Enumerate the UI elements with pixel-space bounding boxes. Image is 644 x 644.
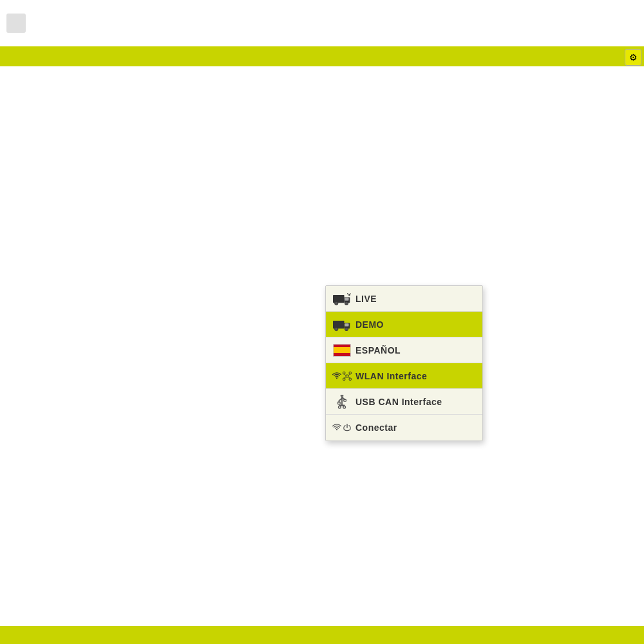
truck-demo-icon	[332, 317, 352, 332]
top-bar	[0, 0, 644, 48]
usb-icon	[332, 395, 352, 409]
svg-point-12	[345, 327, 348, 330]
menu-item-conectar[interactable]: Conectar	[326, 415, 482, 440]
svg-rect-17	[343, 378, 345, 380]
svg-rect-25	[344, 399, 346, 401]
svg-point-5	[348, 294, 350, 296]
settings-button[interactable]: ⚙	[625, 49, 641, 66]
svg-point-3	[335, 301, 338, 305]
svg-rect-18	[349, 378, 351, 380]
menu-item-espanol-label: ESPAÑOL	[355, 345, 401, 355]
menu-item-live[interactable]: LIVE	[326, 286, 482, 312]
menu-item-usb-label: USB CAN Interface	[355, 397, 442, 407]
menu-item-espanol[interactable]: ESPAÑOL	[326, 337, 482, 363]
svg-point-27	[336, 429, 337, 430]
svg-point-6	[347, 293, 348, 294]
menu-item-demo-label: DEMO	[355, 319, 384, 330]
gear-icon: ⚙	[629, 52, 638, 62]
menu-item-live-label: LIVE	[355, 294, 377, 304]
svg-point-4	[345, 301, 348, 305]
main-content: LIVE DEMO	[0, 66, 644, 626]
flag-spain-icon	[332, 344, 352, 357]
bottom-bar	[0, 626, 644, 644]
truck-live-icon	[332, 291, 352, 307]
top-green-bar: ⚙	[0, 48, 644, 66]
dropdown-menu: LIVE DEMO	[325, 285, 483, 441]
wlan-icon	[332, 371, 352, 381]
svg-rect-2	[345, 298, 348, 300]
svg-point-23	[339, 406, 341, 408]
svg-rect-16	[349, 372, 351, 374]
svg-rect-10	[345, 323, 348, 326]
svg-point-13	[336, 377, 337, 379]
svg-point-11	[335, 327, 338, 330]
menu-item-conectar-label: Conectar	[355, 422, 397, 433]
svg-rect-15	[343, 372, 345, 374]
svg-point-24	[343, 406, 346, 408]
menu-item-usb[interactable]: USB CAN Interface	[326, 389, 482, 415]
svg-point-7	[350, 293, 351, 294]
menu-item-wlan-label: WLAN Interface	[355, 371, 427, 381]
svg-rect-8	[333, 320, 345, 328]
menu-item-demo[interactable]: DEMO	[326, 312, 482, 337]
svg-rect-0	[333, 294, 345, 302]
menu-item-wlan[interactable]: WLAN Interface	[326, 363, 482, 389]
app-logo	[6, 14, 26, 33]
connect-icon	[332, 422, 352, 433]
